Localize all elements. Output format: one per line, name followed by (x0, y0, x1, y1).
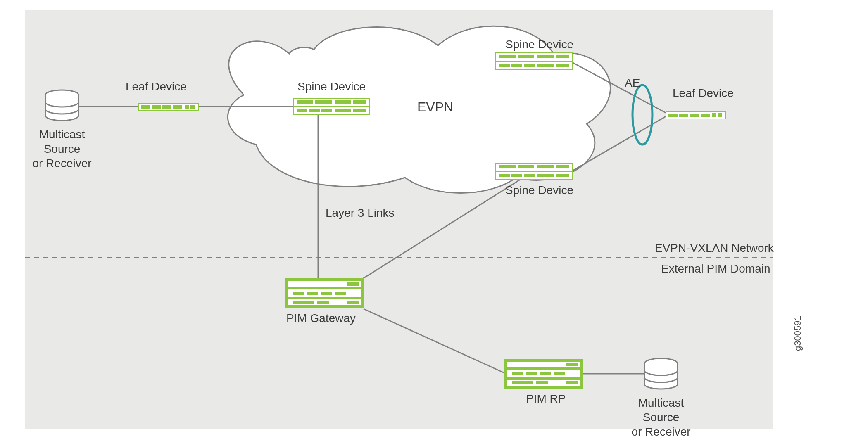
host-right-label-2: Source (643, 411, 680, 424)
svg-rect-40 (499, 165, 516, 168)
svg-rect-10 (668, 114, 678, 117)
svg-rect-44 (499, 174, 510, 177)
evpn-label: EVPN (417, 100, 453, 114)
svg-rect-29 (297, 100, 313, 104)
l3-links-label: Layer 3 Links (326, 206, 395, 219)
svg-rect-20 (537, 55, 554, 58)
host-left-label-1: Multicast (39, 128, 85, 141)
svg-rect-53 (347, 282, 359, 286)
host-right-icon (644, 358, 678, 389)
ae-label: AE (625, 76, 640, 89)
svg-rect-72 (566, 381, 578, 384)
svg-rect-3 (141, 105, 150, 109)
svg-rect-46 (524, 174, 535, 177)
svg-rect-4 (152, 105, 161, 109)
host-left-icon (45, 90, 78, 121)
svg-rect-22 (499, 64, 510, 67)
svg-rect-30 (315, 100, 332, 104)
svg-rect-21 (556, 55, 569, 58)
svg-rect-65 (566, 363, 578, 366)
svg-rect-12 (690, 114, 699, 117)
pim-gateway-label: PIM Gateway (286, 312, 356, 325)
svg-rect-66 (512, 372, 523, 375)
svg-rect-19 (518, 55, 534, 58)
svg-rect-57 (335, 292, 346, 295)
svg-rect-45 (511, 174, 522, 177)
leaf-left-device (138, 103, 198, 111)
spine-bottom-label: Spine Device (505, 184, 573, 197)
svg-rect-48 (556, 174, 569, 177)
svg-rect-56 (321, 292, 332, 295)
diagram-canvas: EVPN Leaf Device Spine Device Spine Devi… (0, 0, 868, 448)
svg-rect-67 (526, 372, 537, 375)
svg-rect-18 (499, 55, 516, 58)
svg-rect-8 (190, 105, 195, 109)
host-right-label-3: or Receiver (631, 425, 690, 438)
svg-rect-58 (293, 301, 314, 304)
leaf-left-label: Leaf Device (126, 80, 187, 93)
spine-top-device (496, 53, 572, 69)
svg-rect-69 (554, 372, 565, 375)
svg-rect-11 (679, 114, 688, 117)
svg-rect-54 (293, 292, 304, 295)
svg-rect-42 (537, 165, 554, 168)
svg-rect-59 (317, 301, 329, 304)
ae-ring (633, 85, 652, 145)
host-right-label-1: Multicast (638, 396, 684, 409)
svg-rect-70 (512, 381, 533, 384)
pim-gateway-device (285, 279, 364, 308)
lower-domain-label: External PIM Domain (661, 262, 770, 275)
svg-rect-24 (524, 64, 535, 67)
svg-rect-41 (518, 165, 534, 168)
link-pimgw-pimrp (364, 309, 506, 374)
svg-rect-6 (173, 105, 182, 109)
svg-rect-7 (185, 105, 189, 109)
host-left-label-3: or Receiver (32, 157, 91, 170)
svg-rect-71 (536, 381, 548, 384)
svg-rect-31 (335, 100, 351, 104)
svg-rect-25 (537, 64, 554, 67)
diagram-svg: EVPN Leaf Device Spine Device Spine Devi… (0, 0, 868, 448)
svg-rect-14 (712, 113, 716, 117)
svg-rect-55 (307, 292, 318, 295)
svg-rect-32 (353, 100, 366, 104)
svg-rect-35 (321, 109, 332, 112)
figure-id: g300591 (792, 268, 803, 351)
spine-left-device (293, 98, 370, 115)
host-left-label-2: Source (44, 142, 81, 155)
svg-rect-33 (297, 109, 307, 112)
svg-rect-26 (556, 64, 569, 67)
svg-rect-13 (701, 114, 710, 117)
svg-rect-23 (511, 64, 522, 67)
pim-rp-device (504, 359, 583, 388)
spine-top-label: Spine Device (505, 38, 573, 51)
svg-rect-36 (335, 109, 351, 112)
svg-rect-5 (162, 105, 171, 109)
leaf-right-label: Leaf Device (673, 87, 734, 100)
pim-rp-label: PIM RP (526, 392, 566, 405)
svg-rect-15 (718, 113, 722, 117)
svg-rect-37 (353, 109, 366, 112)
leaf-right-device (666, 111, 726, 119)
spine-left-label: Spine Device (297, 80, 366, 93)
svg-rect-68 (540, 372, 551, 375)
svg-rect-47 (537, 174, 554, 177)
svg-rect-43 (556, 165, 569, 168)
upper-domain-label: EVPN-VXLAN Network (655, 242, 774, 254)
svg-rect-60 (347, 301, 359, 304)
link-spine-bottom-pimgw (359, 177, 525, 281)
spine-bottom-device (496, 163, 572, 180)
svg-rect-34 (309, 109, 320, 112)
